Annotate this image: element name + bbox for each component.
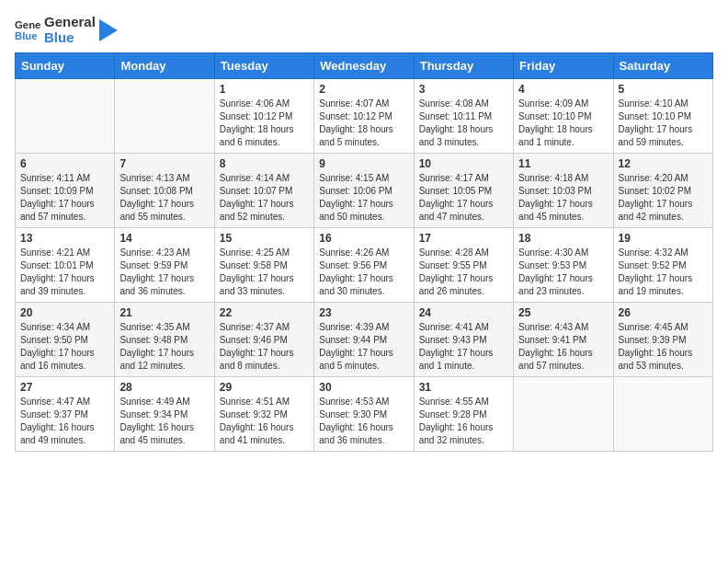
day-info: Sunrise: 4:37 AM Sunset: 9:46 PM Dayligh… — [220, 321, 309, 373]
day-of-week-header: Monday — [115, 53, 214, 79]
day-of-week-header: Sunday — [16, 53, 115, 79]
day-number: 8 — [220, 157, 309, 170]
day-number: 24 — [419, 306, 508, 319]
day-info: Sunrise: 4:13 AM Sunset: 10:08 PM Daylig… — [119, 172, 209, 224]
day-info: Sunrise: 4:39 AM Sunset: 9:44 PM Dayligh… — [319, 321, 408, 373]
day-number: 21 — [119, 306, 209, 319]
day-number: 30 — [319, 381, 408, 394]
calendar-week-row: 6Sunrise: 4:11 AM Sunset: 10:09 PM Dayli… — [16, 154, 713, 228]
logo-arrow-icon — [99, 19, 118, 41]
day-info: Sunrise: 4:10 AM Sunset: 10:10 PM Daylig… — [619, 98, 708, 149]
day-of-week-header: Friday — [514, 53, 613, 79]
calendar-day-cell: 15Sunrise: 4:25 AM Sunset: 9:58 PM Dayli… — [214, 228, 313, 303]
day-number: 14 — [119, 232, 209, 245]
day-info: Sunrise: 4:21 AM Sunset: 10:01 PM Daylig… — [20, 247, 109, 298]
day-number: 16 — [319, 232, 408, 245]
calendar-day-cell — [16, 79, 115, 154]
day-number: 10 — [419, 157, 508, 170]
day-info: Sunrise: 4:51 AM Sunset: 9:32 PM Dayligh… — [220, 396, 309, 447]
day-number: 28 — [119, 381, 209, 394]
day-info: Sunrise: 4:53 AM Sunset: 9:30 PM Dayligh… — [319, 396, 408, 447]
calendar-week-row: 13Sunrise: 4:21 AM Sunset: 10:01 PM Dayl… — [16, 228, 713, 303]
page-header: General Blue General Blue — [15, 15, 713, 45]
calendar-day-cell: 14Sunrise: 4:23 AM Sunset: 9:59 PM Dayli… — [115, 228, 214, 303]
day-number: 6 — [20, 157, 109, 170]
day-number: 27 — [20, 381, 109, 394]
day-number: 31 — [419, 381, 508, 394]
day-number: 26 — [619, 306, 708, 319]
day-info: Sunrise: 4:06 AM Sunset: 10:12 PM Daylig… — [220, 98, 309, 149]
day-info: Sunrise: 4:20 AM Sunset: 10:02 PM Daylig… — [619, 172, 708, 224]
svg-text:General: General — [15, 19, 40, 30]
day-number: 20 — [20, 306, 109, 319]
svg-marker-3 — [99, 19, 118, 41]
calendar-day-cell: 12Sunrise: 4:20 AM Sunset: 10:02 PM Dayl… — [613, 154, 712, 228]
day-of-week-header: Tuesday — [214, 53, 313, 79]
logo-text-blue: Blue — [44, 30, 96, 46]
day-number: 2 — [319, 83, 408, 96]
day-info: Sunrise: 4:49 AM Sunset: 9:34 PM Dayligh… — [119, 396, 209, 447]
logo: General Blue General Blue — [15, 15, 118, 45]
calendar-day-cell: 8Sunrise: 4:14 AM Sunset: 10:07 PM Dayli… — [214, 154, 313, 228]
day-info: Sunrise: 4:14 AM Sunset: 10:07 PM Daylig… — [220, 172, 309, 224]
calendar-table: SundayMondayTuesdayWednesdayThursdayFrid… — [15, 52, 713, 452]
day-number: 7 — [119, 157, 209, 170]
calendar-day-cell — [115, 79, 214, 154]
calendar-week-row: 27Sunrise: 4:47 AM Sunset: 9:37 PM Dayli… — [16, 377, 713, 452]
calendar-day-cell: 11Sunrise: 4:18 AM Sunset: 10:03 PM Dayl… — [514, 154, 613, 228]
day-number: 9 — [319, 157, 408, 170]
day-number: 13 — [20, 232, 109, 245]
calendar-day-cell: 4Sunrise: 4:09 AM Sunset: 10:10 PM Dayli… — [514, 79, 613, 154]
day-number: 1 — [220, 83, 309, 96]
day-info: Sunrise: 4:47 AM Sunset: 9:37 PM Dayligh… — [20, 396, 109, 447]
calendar-header-row: SundayMondayTuesdayWednesdayThursdayFrid… — [16, 53, 713, 79]
day-number: 19 — [619, 232, 708, 245]
day-number: 4 — [518, 83, 608, 96]
day-info: Sunrise: 4:32 AM Sunset: 9:52 PM Dayligh… — [619, 247, 708, 298]
calendar-day-cell — [514, 377, 613, 452]
day-info: Sunrise: 4:23 AM Sunset: 9:59 PM Dayligh… — [119, 247, 209, 298]
day-info: Sunrise: 4:55 AM Sunset: 9:28 PM Dayligh… — [419, 396, 508, 447]
calendar-week-row: 20Sunrise: 4:34 AM Sunset: 9:50 PM Dayli… — [16, 303, 713, 377]
logo-text-general: General — [44, 15, 96, 30]
day-info: Sunrise: 4:18 AM Sunset: 10:03 PM Daylig… — [518, 172, 608, 224]
day-info: Sunrise: 4:07 AM Sunset: 10:12 PM Daylig… — [319, 98, 408, 149]
calendar-day-cell: 23Sunrise: 4:39 AM Sunset: 9:44 PM Dayli… — [314, 303, 414, 377]
calendar-day-cell — [613, 377, 712, 452]
calendar-day-cell: 26Sunrise: 4:45 AM Sunset: 9:39 PM Dayli… — [613, 303, 712, 377]
calendar-day-cell: 10Sunrise: 4:17 AM Sunset: 10:05 PM Dayl… — [414, 154, 513, 228]
calendar-day-cell: 27Sunrise: 4:47 AM Sunset: 9:37 PM Dayli… — [16, 377, 115, 452]
day-info: Sunrise: 4:45 AM Sunset: 9:39 PM Dayligh… — [619, 321, 708, 373]
calendar-week-row: 1Sunrise: 4:06 AM Sunset: 10:12 PM Dayli… — [16, 79, 713, 154]
calendar-day-cell: 20Sunrise: 4:34 AM Sunset: 9:50 PM Dayli… — [16, 303, 115, 377]
day-of-week-header: Thursday — [414, 53, 513, 79]
day-info: Sunrise: 4:17 AM Sunset: 10:05 PM Daylig… — [419, 172, 508, 224]
day-info: Sunrise: 4:15 AM Sunset: 10:06 PM Daylig… — [319, 172, 408, 224]
calendar-day-cell: 5Sunrise: 4:10 AM Sunset: 10:10 PM Dayli… — [613, 79, 712, 154]
day-number: 17 — [419, 232, 508, 245]
day-info: Sunrise: 4:26 AM Sunset: 9:56 PM Dayligh… — [319, 247, 408, 298]
day-info: Sunrise: 4:35 AM Sunset: 9:48 PM Dayligh… — [119, 321, 209, 373]
calendar-day-cell: 28Sunrise: 4:49 AM Sunset: 9:34 PM Dayli… — [115, 377, 214, 452]
day-of-week-header: Saturday — [613, 53, 712, 79]
day-number: 3 — [419, 83, 508, 96]
calendar-day-cell: 18Sunrise: 4:30 AM Sunset: 9:53 PM Dayli… — [514, 228, 613, 303]
logo-icon: General Blue — [15, 17, 40, 43]
day-number: 29 — [220, 381, 309, 394]
day-info: Sunrise: 4:09 AM Sunset: 10:10 PM Daylig… — [518, 98, 608, 149]
calendar-day-cell: 17Sunrise: 4:28 AM Sunset: 9:55 PM Dayli… — [414, 228, 513, 303]
calendar-day-cell: 24Sunrise: 4:41 AM Sunset: 9:43 PM Dayli… — [414, 303, 513, 377]
day-info: Sunrise: 4:30 AM Sunset: 9:53 PM Dayligh… — [518, 247, 608, 298]
calendar-day-cell: 21Sunrise: 4:35 AM Sunset: 9:48 PM Dayli… — [115, 303, 214, 377]
day-info: Sunrise: 4:08 AM Sunset: 10:11 PM Daylig… — [419, 98, 508, 149]
calendar-day-cell: 31Sunrise: 4:55 AM Sunset: 9:28 PM Dayli… — [414, 377, 513, 452]
day-info: Sunrise: 4:34 AM Sunset: 9:50 PM Dayligh… — [20, 321, 109, 373]
day-info: Sunrise: 4:11 AM Sunset: 10:09 PM Daylig… — [20, 172, 109, 224]
svg-text:Blue: Blue — [15, 29, 38, 40]
day-info: Sunrise: 4:41 AM Sunset: 9:43 PM Dayligh… — [419, 321, 508, 373]
calendar-day-cell: 19Sunrise: 4:32 AM Sunset: 9:52 PM Dayli… — [613, 228, 712, 303]
calendar-day-cell: 6Sunrise: 4:11 AM Sunset: 10:09 PM Dayli… — [16, 154, 115, 228]
day-number: 22 — [220, 306, 309, 319]
day-info: Sunrise: 4:28 AM Sunset: 9:55 PM Dayligh… — [419, 247, 508, 298]
calendar-day-cell: 22Sunrise: 4:37 AM Sunset: 9:46 PM Dayli… — [214, 303, 313, 377]
